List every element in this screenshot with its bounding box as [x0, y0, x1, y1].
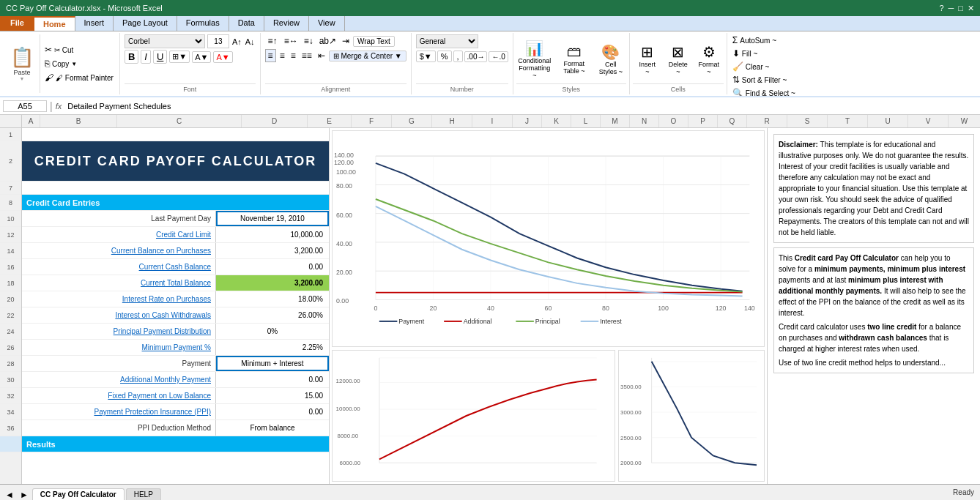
col-header-v[interactable]: V	[908, 115, 949, 127]
increase-decimal-btn[interactable]: .00→	[464, 51, 488, 62]
value-balance-purchases[interactable]: 3,200.00	[216, 243, 329, 258]
left-align-btn[interactable]: ≡	[265, 49, 276, 62]
label-principal-distribution[interactable]: Principal Payment Distribution	[22, 324, 216, 339]
cell-reference-box[interactable]	[3, 100, 47, 112]
number-format-select[interactable]: General	[416, 34, 478, 48]
font-increase-btn[interactable]: A↑	[231, 37, 242, 47]
label-interest-cash[interactable]: Interest on Cash Withdrawals	[22, 307, 216, 323]
label-min-payment[interactable]: Minimum Payment %	[22, 340, 216, 355]
border-button[interactable]: ⊞▼	[169, 51, 190, 63]
sheet-tab-calculator[interactable]: CC Pay Off Calculator	[32, 488, 125, 500]
font-size-input[interactable]	[207, 34, 229, 48]
value-total-balance[interactable]: 3,200.00	[216, 275, 329, 291]
col-header-s[interactable]: S	[787, 115, 828, 127]
autosum-btn[interactable]: Σ AutoSum ~	[730, 34, 812, 46]
row-num-12[interactable]: 12	[0, 227, 21, 243]
restore-btn[interactable]: □	[958, 4, 963, 13]
sheet-tab-help[interactable]: HELP	[126, 488, 161, 500]
fill-btn[interactable]: ⬇ Fill ~	[730, 48, 812, 59]
label-interest-rate[interactable]: Interest Rate on Purchases	[22, 291, 216, 307]
center-align-btn[interactable]: ≡	[278, 50, 287, 61]
label-additional-payment[interactable]: Additional Monthly Payment	[22, 372, 216, 387]
label-credit-card-limit[interactable]: Credit Card Limit	[22, 227, 216, 242]
right-align-btn[interactable]: ≡	[289, 50, 298, 61]
col-header-l[interactable]: L	[571, 115, 601, 127]
col-header-o[interactable]: O	[659, 115, 688, 127]
align-bottom-btn[interactable]: ≡↓	[302, 35, 316, 47]
tab-page-layout[interactable]: Page Layout	[114, 16, 177, 31]
format-btn[interactable]: ⚙ Format ~	[694, 42, 724, 77]
value-min-payment[interactable]: 2.25%	[216, 340, 329, 355]
col-header-d[interactable]: D	[242, 115, 308, 127]
window-controls[interactable]: ? ─ □ ✕	[939, 4, 974, 13]
col-header-k[interactable]: K	[542, 115, 571, 127]
row-num-28[interactable]: 28	[0, 356, 21, 372]
value-fixed-payment[interactable]: 15.00	[216, 388, 329, 403]
underline-button[interactable]: U	[153, 50, 167, 64]
help-icon[interactable]: ?	[939, 4, 943, 13]
value-credit-card-limit[interactable]: 10,000.00	[216, 227, 329, 242]
col-header-a[interactable]: A	[22, 115, 40, 127]
font-color-btn[interactable]: A▼	[213, 51, 232, 63]
col-header-e[interactable]: E	[308, 115, 352, 127]
value-ppi[interactable]: 0.00	[216, 404, 329, 419]
col-header-u[interactable]: U	[868, 115, 908, 127]
row-num-36[interactable]: 36	[0, 420, 21, 436]
row-num-24[interactable]: 24	[0, 324, 21, 340]
format-as-table-btn[interactable]: 🗃 CREDIT CARD PAYOFF CALCULATOR Format T…	[556, 42, 593, 76]
tab-home[interactable]: Home	[34, 16, 75, 31]
indent-btn[interactable]: ⇥	[340, 35, 352, 47]
fill-color-btn[interactable]: A▼	[192, 51, 211, 63]
label-balance-purchases[interactable]: Current Balance on Purchases	[22, 243, 216, 258]
decrease-decimal-btn[interactable]: ←.0	[489, 51, 508, 62]
col-header-r[interactable]: R	[747, 115, 787, 127]
copy-button[interactable]: ⎘ Copy ▼	[43, 58, 115, 70]
value-principal-distribution[interactable]: 0%	[216, 324, 329, 339]
row-num-1[interactable]: 1	[0, 128, 21, 141]
sort-filter-btn[interactable]: ⇅ Sort & Filter ~	[730, 74, 812, 86]
row-num-2[interactable]: 2	[0, 141, 21, 182]
percent-btn[interactable]: %	[437, 51, 452, 62]
tab-data[interactable]: Data	[229, 16, 264, 31]
value-cash-balance[interactable]: 0.00	[216, 259, 329, 275]
row-num-20[interactable]: 20	[0, 291, 21, 307]
col-header-f[interactable]: F	[352, 115, 392, 127]
tab-review[interactable]: Review	[264, 16, 309, 31]
value-interest-rate[interactable]: 18.00%	[216, 291, 329, 307]
sheet-nav-right[interactable]: ►	[18, 490, 31, 500]
label-fixed-payment[interactable]: Fixed Payment on Low Balance	[22, 388, 216, 403]
close-btn[interactable]: ✕	[968, 4, 974, 13]
row-num-26[interactable]: 26	[0, 340, 21, 356]
tab-formulas[interactable]: Formulas	[177, 16, 229, 31]
col-header-m[interactable]: M	[601, 115, 630, 127]
value-interest-cash[interactable]: 26.00%	[216, 307, 329, 323]
clear-btn[interactable]: 🧹 Clear ~	[730, 61, 812, 72]
row-num-30[interactable]: 30	[0, 372, 21, 388]
value-ppi-deduction[interactable]: From balance	[216, 420, 329, 436]
col-header-h[interactable]: H	[432, 115, 472, 127]
row-num-22[interactable]: 22	[0, 307, 21, 324]
row-num-10[interactable]: 10	[0, 211, 21, 227]
conditional-formatting-btn[interactable]: 📊 Conditional Formatting ~	[516, 38, 553, 81]
merge-center-button[interactable]: ⊞ Merge & Center ▼	[329, 51, 407, 61]
label-cash-balance[interactable]: Current Cash Balance	[22, 259, 216, 275]
wrap-text-button[interactable]: Wrap Text	[353, 36, 395, 47]
bold-button[interactable]: B	[125, 50, 138, 64]
font-decrease-btn[interactable]: A↓	[245, 37, 256, 47]
tab-insert[interactable]: Insert	[75, 16, 114, 31]
comma-btn[interactable]: ,	[453, 51, 463, 62]
tab-view[interactable]: View	[309, 16, 345, 31]
row-num-16[interactable]: 16	[0, 259, 21, 275]
row-num-18[interactable]: 18	[0, 275, 21, 291]
col-header-n[interactable]: N	[630, 115, 659, 127]
value-last-payment[interactable]: November 19, 2010	[216, 211, 329, 226]
label-ppi[interactable]: Payment Protection Insurance (PPI)	[22, 404, 216, 419]
row-num-14[interactable]: 14	[0, 243, 21, 259]
align-top-btn[interactable]: ≡↑	[265, 34, 281, 48]
outdent-btn[interactable]: ⇤	[316, 50, 327, 61]
font-family-select[interactable]: Corbel	[125, 34, 205, 48]
italic-button[interactable]: I	[141, 50, 151, 64]
col-header-w[interactable]: W	[949, 115, 980, 127]
find-select-btn[interactable]: 🔍 Find & Select ~	[730, 87, 812, 97]
row-num-34[interactable]: 34	[0, 404, 21, 420]
